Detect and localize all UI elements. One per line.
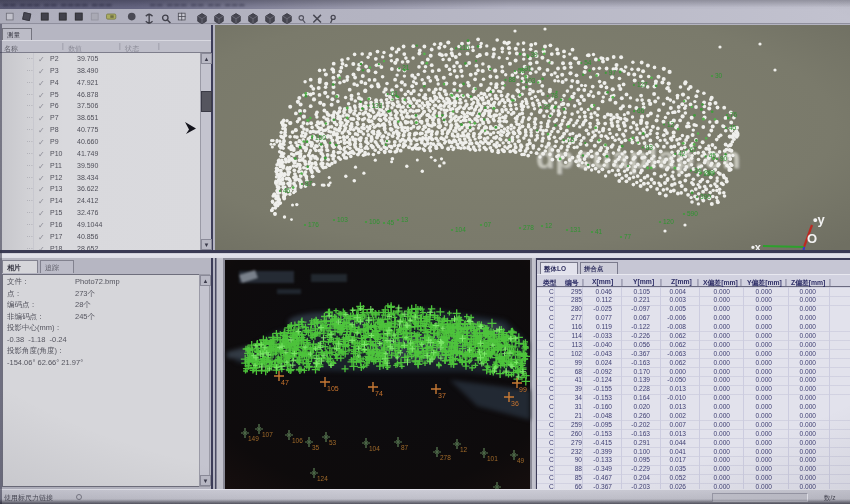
svg-text:•y: •y [813,212,826,227]
svg-text:149: 149 [248,435,259,442]
svg-text:O: O [807,231,817,246]
svg-text:45: 45 [709,152,717,159]
svg-text:103: 103 [525,77,536,84]
svg-text:76: 76 [730,111,738,118]
svg-text:36: 36 [511,400,519,407]
svg-text:75: 75 [567,136,575,143]
svg-text:49: 49 [517,457,525,464]
svg-text:116: 116 [459,44,470,51]
svg-text:150: 150 [315,134,326,141]
svg-text:39: 39 [531,51,539,58]
svg-text:07: 07 [484,221,492,228]
svg-text:278: 278 [440,454,451,461]
svg-text:46: 46 [283,187,291,194]
svg-text:45: 45 [729,124,737,131]
svg-text:29: 29 [544,103,552,110]
svg-text:133: 133 [372,102,383,109]
svg-text:13: 13 [401,216,409,223]
svg-text:176: 176 [308,221,319,228]
svg-text:35: 35 [312,444,320,451]
svg-text:107: 107 [262,431,273,438]
svg-text:88: 88 [508,76,516,83]
svg-text:37: 37 [438,392,446,399]
svg-text:45: 45 [387,219,395,226]
svg-text:53: 53 [329,439,337,446]
svg-text:101: 101 [487,455,498,462]
svg-text:34: 34 [694,167,702,174]
svg-text:103: 103 [337,216,348,223]
svg-text:21: 21 [402,64,410,71]
svg-text:106: 106 [292,437,303,444]
svg-text:83: 83 [646,144,654,151]
svg-text:124: 124 [317,475,328,482]
svg-text:106: 106 [369,218,380,225]
svg-text:41: 41 [595,228,603,235]
svg-text:278: 278 [523,224,534,231]
svg-text:30: 30 [715,72,723,79]
svg-text:204: 204 [704,169,715,176]
svg-text:12: 12 [667,121,675,128]
svg-text:78: 78 [551,92,559,99]
svg-text:105: 105 [327,385,339,392]
svg-text:12: 12 [460,446,468,453]
svg-text:120: 120 [663,218,674,225]
svg-text:42: 42 [678,150,686,157]
svg-text:131: 131 [570,226,581,233]
svg-text:67: 67 [690,146,698,153]
svg-text:74: 74 [375,390,383,397]
svg-text:90: 90 [720,155,728,162]
svg-text:127: 127 [637,81,648,88]
svg-text:87: 87 [305,180,313,187]
svg-text:87: 87 [401,444,409,451]
svg-text:12: 12 [545,222,553,229]
svg-text:61: 61 [391,90,399,97]
svg-text:99: 99 [519,386,527,393]
svg-text:91: 91 [524,65,532,72]
svg-text:590: 590 [687,210,698,217]
svg-text:104: 104 [455,226,466,233]
svg-text:97: 97 [609,69,617,76]
svg-text:104: 104 [369,445,380,452]
svg-text:390: 390 [700,193,711,200]
svg-text:54: 54 [584,59,592,66]
svg-text:47: 47 [281,379,289,386]
svg-text:66: 66 [637,107,645,114]
svg-text:77: 77 [624,233,632,240]
